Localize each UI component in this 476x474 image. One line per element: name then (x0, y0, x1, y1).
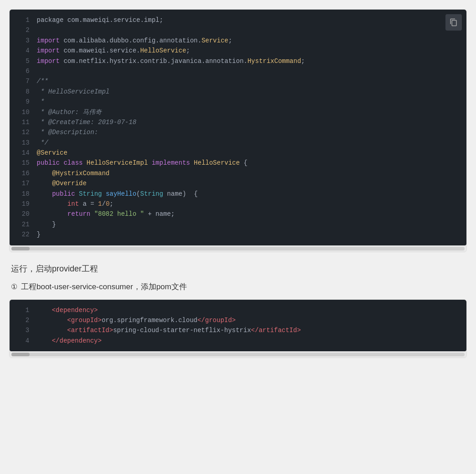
line-number: 2 (10, 25, 33, 35)
line-code (33, 66, 466, 76)
scrollbar-2[interactable] (10, 351, 466, 358)
line-number: 22 (10, 229, 33, 240)
line-code: </dependency> (33, 336, 466, 346)
line-code: <artifactId>spring-cloud-starter-netflix… (33, 325, 466, 335)
line-number: 6 (10, 66, 33, 76)
table-row: 1 <dependency> (10, 305, 466, 315)
code-table-1: 1package com.maweiqi.service.impl;2 3imp… (10, 15, 466, 240)
line-number: 5 (10, 56, 33, 66)
line-code: /** (33, 76, 466, 86)
table-row: 2 <groupId>org.springframework.cloud</gr… (10, 315, 466, 325)
code-block-2: 1 <dependency>2 <groupId>org.springframe… (9, 299, 467, 359)
line-code: <dependency> (33, 305, 466, 315)
table-row: 17 @Override (10, 178, 466, 188)
line-number: 3 (10, 325, 33, 335)
table-row: 3 <artifactId>spring-cloud-starter-netfl… (10, 325, 466, 335)
line-number: 9 (10, 97, 33, 107)
table-row: 3import com.alibaba.dubbo.config.annotat… (10, 36, 466, 46)
line-code: * (33, 97, 466, 107)
line-code: import com.netflix.hystrix.contrib.javan… (33, 56, 466, 66)
table-row: 12 * @Description: (10, 127, 466, 137)
table-row: 21 } (10, 219, 466, 229)
table-row: 8 * HelloServiceImpl (10, 87, 466, 97)
line-number: 2 (10, 315, 33, 325)
line-number: 8 (10, 87, 33, 97)
line-number: 19 (10, 199, 33, 209)
line-code (33, 25, 466, 35)
table-row: 16 @HystrixCommand (10, 168, 466, 178)
line-number: 10 (10, 107, 33, 117)
line-code: * @CreateTime: 2019-07-18 (33, 117, 466, 127)
prose-consumer-intro: ① 工程boot-user-service-consumer，添加pom文件 (9, 281, 467, 292)
line-code: } (33, 229, 466, 240)
line-code: } (33, 219, 466, 229)
code-block-1: 1package com.maweiqi.service.impl;2 3imp… (9, 9, 467, 252)
table-row: 9 * (10, 97, 466, 107)
table-row: 7/** (10, 76, 466, 86)
line-code: * HelloServiceImpl (33, 87, 466, 97)
line-number: 21 (10, 219, 33, 229)
line-number: 1 (10, 305, 33, 315)
line-number: 15 (10, 158, 33, 168)
circle-num-1: ① (11, 282, 17, 291)
line-number: 17 (10, 178, 33, 188)
line-number: 14 (10, 148, 33, 158)
line-number: 16 (10, 168, 33, 178)
line-code: @HystrixCommand (33, 168, 466, 178)
table-row: 15public class HelloServiceImpl implemen… (10, 158, 466, 168)
table-row: 1package com.maweiqi.service.impl; (10, 15, 466, 25)
line-number: 7 (10, 76, 33, 86)
line-code: */ (33, 138, 466, 148)
table-row: 4 </dependency> (10, 336, 466, 346)
line-number: 1 (10, 15, 33, 25)
scrollbar-1[interactable] (10, 245, 466, 252)
line-number: 11 (10, 117, 33, 127)
line-number: 13 (10, 138, 33, 148)
line-number: 12 (10, 127, 33, 137)
prose-run-provider: 运行，启动provider工程 (9, 263, 467, 274)
table-row: 4import com.maweiqi.service.HelloService… (10, 46, 466, 56)
code-editor-2: 1 <dependency>2 <groupId>org.springframe… (10, 300, 466, 352)
table-row: 18 public String sayHello(String name) { (10, 189, 466, 199)
table-row: 11 * @CreateTime: 2019-07-18 (10, 117, 466, 127)
copy-button-1[interactable] (445, 14, 462, 31)
prose-consumer-text: 工程boot-user-service-consumer，添加pom文件 (21, 281, 187, 292)
line-code: public class HelloServiceImpl implements… (33, 158, 466, 168)
line-code: * @Author: 马伟奇 (33, 107, 466, 117)
line-code: <groupId>org.springframework.cloud</grou… (33, 315, 466, 325)
line-code: @Override (33, 178, 466, 188)
code-table-2: 1 <dependency>2 <groupId>org.springframe… (10, 305, 466, 346)
table-row: 13 */ (10, 138, 466, 148)
line-code: * @Description: (33, 127, 466, 137)
line-code: @Service (33, 148, 466, 158)
table-row: 22} (10, 229, 466, 240)
table-row: 14@Service (10, 148, 466, 158)
line-number: 20 (10, 209, 33, 219)
line-number: 4 (10, 336, 33, 346)
table-row: 20 return "8082 hello " + name; (10, 209, 466, 219)
table-row: 2 (10, 25, 466, 35)
line-code: public String sayHello(String name) { (33, 189, 466, 199)
line-code: import com.alibaba.dubbo.config.annotati… (33, 36, 466, 46)
line-code: package com.maweiqi.service.impl; (33, 15, 466, 25)
table-row: 5import com.netflix.hystrix.contrib.java… (10, 56, 466, 66)
line-code: int a = 1/0; (33, 199, 466, 209)
table-row: 10 * @Author: 马伟奇 (10, 107, 466, 117)
line-number: 4 (10, 46, 33, 56)
table-row: 6 (10, 66, 466, 76)
line-code: return "8082 hello " + name; (33, 209, 466, 219)
line-number: 18 (10, 189, 33, 199)
line-number: 3 (10, 36, 33, 46)
line-code: import com.maweiqi.service.HelloService; (33, 46, 466, 56)
table-row: 19 int a = 1/0; (10, 199, 466, 209)
code-editor-1: 1package com.maweiqi.service.impl;2 3imp… (10, 10, 466, 245)
